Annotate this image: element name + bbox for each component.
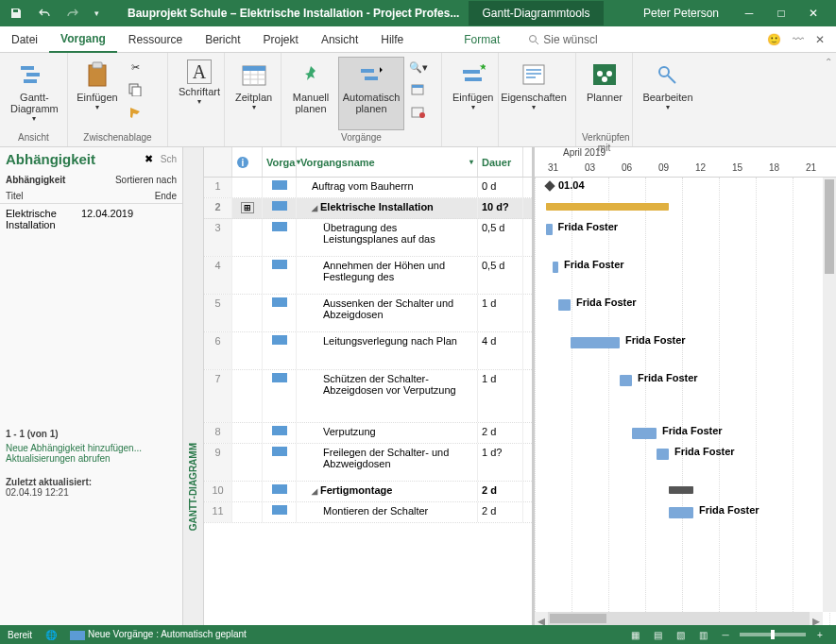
view-vertical-tab[interactable]: GANTT-DIAGRAMM [183, 147, 204, 625]
svg-rect-13 [412, 85, 423, 88]
gantt-bar[interactable] [620, 375, 632, 386]
gantt-bar[interactable] [632, 428, 657, 439]
gantt-resource-label: Frida Foster [699, 504, 759, 516]
add-dependency-link[interactable]: Neue Abhängigkeit hinzufügen... [6, 443, 177, 453]
task-row[interactable]: 6Leitungsverlegung nach Plan4 d [204, 332, 532, 370]
contextual-tool-tab[interactable]: Gantt-Diagrammtools [469, 1, 603, 25]
font-button[interactable]: A Schriftart ▾ [174, 57, 225, 130]
restore-button[interactable]: □ [768, 7, 794, 20]
collapse-ribbon-icon[interactable]: 〰 [793, 33, 804, 46]
tab-hilfe[interactable]: Hilfe [369, 27, 415, 52]
auto-schedule-button[interactable]: Automatisch planen [338, 57, 404, 130]
tell-me-search[interactable]: Sie wünscl [528, 33, 597, 46]
task-row[interactable]: 5Aussenken der Schalter und Abzeigdosen1… [204, 295, 532, 332]
close-button[interactable]: ✕ [800, 7, 827, 20]
emoji-icon[interactable]: 🙂 [767, 33, 781, 46]
svg-point-0 [530, 35, 537, 42]
task-row[interactable]: 10Fertigmontage2 d [204, 482, 532, 502]
cut-icon[interactable]: ✂ [125, 57, 145, 77]
collapse-ribbon-button[interactable]: ⌃ [821, 53, 836, 146]
zoom-out-icon[interactable]: ─ [717, 630, 734, 640]
tab-projekt[interactable]: Projekt [252, 27, 310, 52]
undo-icon[interactable] [34, 5, 55, 22]
user-name[interactable]: Peter Peterson [643, 7, 726, 20]
gantt-bar[interactable] [669, 507, 693, 518]
svg-rect-3 [24, 79, 37, 83]
panel-close-icon[interactable]: ✖ [145, 153, 153, 165]
col-title[interactable]: Titel [6, 191, 24, 201]
h-scrollbar-thumb[interactable] [550, 614, 606, 623]
gantt-bar[interactable] [669, 486, 693, 494]
task-row[interactable]: 11Montieren der Schalter2 d [204, 502, 532, 523]
copy-icon[interactable] [125, 79, 145, 100]
globe-icon[interactable]: 🌐 [45, 630, 57, 640]
edit-button[interactable]: Bearbeiten ▾ [639, 57, 697, 130]
properties-button[interactable]: Eigenschaften ▾ [504, 57, 563, 130]
view-gantt-icon[interactable]: ▦ [626, 630, 643, 640]
task-row[interactable]: 1Auftrag vom Bauherrn0 d [204, 178, 532, 198]
mode-icon[interactable] [408, 102, 429, 123]
panel-search[interactable]: Sch [161, 154, 177, 164]
scroll-right-icon[interactable]: ▸ [810, 612, 823, 625]
status-schedule-mode[interactable]: Neue Vorgänge : Automatisch geplant [70, 629, 247, 639]
move-icon[interactable] [408, 79, 429, 100]
font-icon: A [187, 59, 212, 84]
tab-ressource[interactable]: Ressource [117, 27, 194, 52]
tab-vorgang[interactable]: Vorgang [49, 26, 117, 53]
manual-schedule-button[interactable]: Manuell planen [287, 57, 334, 130]
tab-format[interactable]: Format [452, 27, 511, 52]
clipboard-icon [82, 59, 112, 90]
gantt-bar[interactable] [558, 299, 571, 311]
gantt-chart[interactable]: April 2019 3103060912151821 01.04Frida F… [535, 147, 836, 625]
svg-text:★: ★ [479, 64, 486, 72]
view-sheet-icon[interactable]: ▥ [694, 630, 711, 640]
save-icon[interactable] [6, 5, 26, 22]
task-row[interactable]: 3Übetragung des Leistungsplanes auf das0… [204, 219, 532, 257]
gantt-bar[interactable] [553, 262, 559, 273]
insert-button[interactable]: ★ Einfügen ▾ [448, 57, 498, 130]
ribbon: Gantt- Diagramm ▾ Ansicht Einfügen ▾ ✂ [0, 53, 836, 147]
zoom-in-icon[interactable]: + [811, 630, 828, 640]
gantt-milestone[interactable] [544, 180, 554, 191]
col-task-mode[interactable]: Vorga▾ [263, 147, 297, 177]
col-duration[interactable]: Dauer [478, 147, 523, 177]
minimize-button[interactable]: ─ [736, 7, 762, 20]
refresh-link[interactable]: Aktualisierungen abrufen [6, 453, 177, 464]
gantt-bar[interactable] [657, 449, 669, 460]
gantt-bar[interactable] [571, 337, 620, 348]
v-scrollbar-thumb[interactable] [825, 179, 834, 274]
gantt-bar[interactable] [546, 203, 669, 211]
task-row[interactable]: 9Freilegen der Schalter- und Abzweigdose… [204, 444, 532, 482]
dependency-panel: Abhängigkeit ✖ Sch Abhängigkeit Sortiere… [0, 147, 183, 625]
task-row[interactable]: 2⊞Elektrische Installation10 d? [204, 198, 532, 219]
task-row[interactable]: 4Annehmen der Höhen und Festlegung des0,… [204, 257, 532, 295]
group-label-zwischenablage: Zwischenablage [74, 130, 162, 143]
scroll-left-icon[interactable]: ◂ [535, 612, 548, 625]
zoom-slider[interactable] [740, 633, 806, 636]
schedule-button[interactable]: Zeitplan ▾ [230, 57, 277, 130]
col-end[interactable]: Ende [155, 191, 177, 201]
task-row[interactable]: 7Schützen der Schalter-Abzeigdosen vor V… [204, 370, 532, 423]
paste-button[interactable]: Einfügen ▾ [74, 57, 121, 130]
auto-mode-icon [272, 484, 287, 494]
inspect-icon[interactable]: 🔍▾ [408, 57, 429, 77]
status-ready: Bereit [8, 630, 32, 640]
gantt-chart-button[interactable]: Gantt- Diagramm ▾ [6, 57, 63, 130]
close-panel-icon[interactable]: ✕ [815, 33, 825, 46]
col-indicator[interactable]: i [232, 147, 263, 177]
auto-schedule-icon [356, 59, 386, 90]
tab-datei[interactable]: Datei [0, 27, 49, 52]
format-painter-icon[interactable] [125, 102, 145, 123]
view-board-icon[interactable]: ▧ [672, 630, 689, 640]
view-usage-icon[interactable]: ▤ [649, 630, 666, 640]
gantt-bar[interactable] [546, 224, 553, 235]
panel-sort-link[interactable]: Sortieren nach [115, 175, 177, 185]
dependency-item[interactable]: Elektrische Installation 12.04.2019 [0, 204, 182, 234]
tab-bericht[interactable]: Bericht [194, 27, 251, 52]
tab-ansicht[interactable]: Ansicht [310, 27, 369, 52]
qat-dropdown-icon[interactable]: ▾ [91, 7, 103, 20]
task-row[interactable]: 8Verputzung2 d [204, 423, 532, 444]
planner-button[interactable]: Planner [582, 57, 627, 130]
redo-icon[interactable] [62, 5, 83, 22]
col-task-name[interactable]: Vorgangsname▾ [297, 147, 478, 177]
